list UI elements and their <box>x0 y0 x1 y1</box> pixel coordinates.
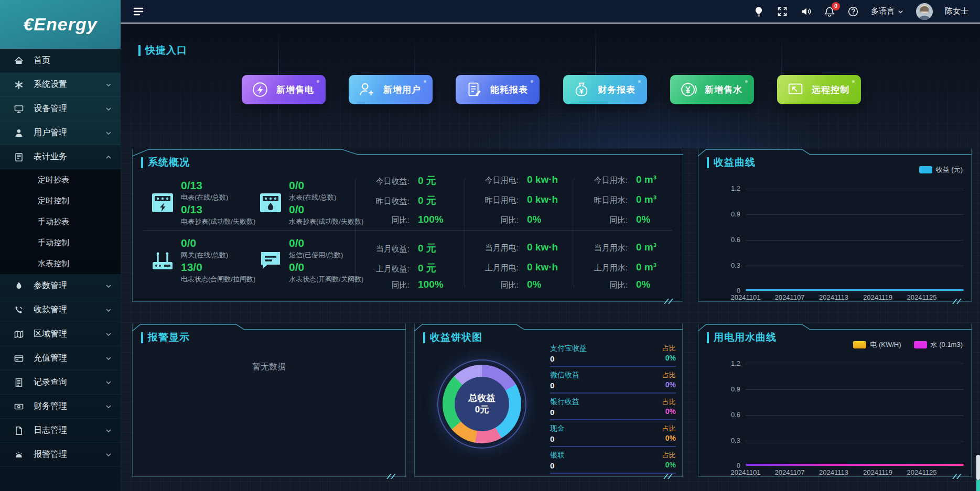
remote-icon <box>785 80 805 100</box>
row-underline <box>550 366 676 367</box>
stat-label: 水表抄表(成功数/失败数) <box>289 216 363 227</box>
theme-bulb-icon[interactable] <box>753 6 764 17</box>
stat-value: 0 kw·h <box>527 242 558 253</box>
legend-water[interactable]: 水 (0.1m3) <box>914 340 963 350</box>
droplet-icon <box>14 281 24 291</box>
home-icon <box>14 56 24 66</box>
submenu-item-water-meter-control[interactable]: 水表控制 <box>0 253 121 274</box>
submenu-item-timed-control[interactable]: 定时控制 <box>0 190 121 211</box>
new-water-sale-button[interactable]: 新增售水 <box>670 75 754 104</box>
stat-label: 今日用电: <box>469 176 519 186</box>
pie-ratio-label: 占比 <box>662 344 676 353</box>
submenu-item-manual-reading[interactable]: 手动抄表 <box>0 211 121 232</box>
sidebar-item-device-management[interactable]: 设备管理 <box>0 97 121 121</box>
monitor-icon <box>14 104 24 114</box>
y-axis-tick: 0.6 <box>705 236 740 244</box>
submenu-item-timed-reading[interactable]: 定时抄表 <box>0 169 121 190</box>
chart-legend: 收益 (元) <box>919 165 963 174</box>
meter-business-submenu: 定时抄表 定时控制 手动抄表 手动控制 水表控制 <box>0 169 121 274</box>
x-axis-tick: 20241101 <box>731 293 761 301</box>
panel-title: 收益饼状图 <box>423 331 482 344</box>
sidebar-item-system-settings[interactable]: 系统设置 <box>0 73 121 97</box>
empty-state-text: 暂无数据 <box>133 362 405 373</box>
legend-revenue[interactable]: 收益 (元) <box>919 165 963 174</box>
notification-bell-icon[interactable]: 0 <box>824 6 835 17</box>
corner-decoration <box>662 474 674 479</box>
app-root: €Energy 首页 系统设置 设备管理 用户管理 表计业务 定时抄表 <box>0 0 980 491</box>
donut-total-value: 0元 <box>475 404 489 416</box>
x-axis-tick: 20241101 <box>731 468 761 476</box>
main-content: 快捷入口 新增售电 新增用户 能耗报表 财务报表 新增售水 远程控制 <box>121 24 980 491</box>
pie-ratio-label: 占比 <box>662 370 676 380</box>
stat-label: 同比: <box>578 215 628 225</box>
records-icon <box>14 377 24 388</box>
stat-value: 0 元 <box>418 242 436 255</box>
quick-button-label: 新增售电 <box>276 84 314 96</box>
gateway-icon <box>150 248 175 272</box>
panel-title: 用电用水曲线 <box>707 331 777 344</box>
row-underline <box>550 473 676 474</box>
sidebar-item-region-management[interactable]: 区域管理 <box>0 322 121 346</box>
panel-title-text: 收益曲线 <box>714 156 756 169</box>
stat-value: 0 kw·h <box>527 261 558 273</box>
x-axis-tick: 20241125 <box>907 468 937 476</box>
stat-value: 0 元 <box>418 261 436 275</box>
panel-revenue-curve: 收益曲线 收益 (元) 1.2 0.9 0.6 0.3 0 20241101 2… <box>698 149 972 302</box>
sidebar-item-finance-management[interactable]: 财务管理 <box>0 395 121 419</box>
revenue-donut-chart: 总收益 0元 <box>443 365 521 443</box>
stat-value: 0% <box>527 279 541 290</box>
sidebar-item-parameter-management[interactable]: 参数管理 <box>0 274 121 298</box>
title-accent-bar <box>707 332 709 343</box>
topbar: 0 多语言 陈女士 <box>121 0 980 24</box>
pie-row-label: 微信收益 <box>550 370 579 380</box>
sidebar-item-collection-management[interactable]: 收款管理 <box>0 298 121 322</box>
submenu-item-label: 水表控制 <box>38 259 69 269</box>
legend-swatch <box>919 166 932 173</box>
sound-icon[interactable] <box>800 6 812 17</box>
gridline <box>746 466 964 466</box>
quick-button-label: 新增售水 <box>705 84 742 96</box>
chevron-down-icon <box>105 307 112 314</box>
energy-report-button[interactable]: 能耗报表 <box>456 75 540 104</box>
new-user-button[interactable]: 新增用户 <box>349 75 433 104</box>
user-avatar[interactable] <box>916 3 933 20</box>
pie-legend-row-bank: 银行收益 0 占比 0% <box>550 397 676 421</box>
sidebar-item-user-management[interactable]: 用户管理 <box>0 121 121 145</box>
sidebar-item-meter-business[interactable]: 表计业务 <box>0 145 121 169</box>
remote-control-button[interactable]: 远程控制 <box>777 75 861 104</box>
new-electricity-sale-button[interactable]: 新增售电 <box>242 75 326 104</box>
gridline <box>746 240 964 241</box>
submenu-item-label: 手动控制 <box>38 238 69 248</box>
chevron-up-icon <box>105 154 112 161</box>
divider <box>574 178 574 288</box>
pie-row-label: 现金 <box>550 424 565 433</box>
panel-alarm-display: 报警显示 暂无数据 <box>132 324 406 477</box>
finance-report-button[interactable]: 财务报表 <box>563 75 647 104</box>
scrollbar-accent <box>976 480 980 491</box>
language-selector[interactable]: 多语言 <box>871 6 904 16</box>
sidebar-item-alarm-management[interactable]: 报警管理 <box>0 443 121 467</box>
menu-toggle-icon[interactable] <box>132 5 145 18</box>
panel-title-text: 收益饼状图 <box>430 331 482 344</box>
scrollbar-thumb[interactable] <box>976 455 980 480</box>
sidebar-item-log-management[interactable]: 日志管理 <box>0 419 121 443</box>
chevron-down-icon <box>105 282 112 290</box>
stat-label: 昨日收益: <box>360 197 410 206</box>
sidebar-item-record-query[interactable]: 记录查询 <box>0 370 121 395</box>
submenu-item-manual-control[interactable]: 手动控制 <box>0 232 121 253</box>
row-underline <box>550 392 676 394</box>
sidebar-item-home[interactable]: 首页 <box>0 49 121 73</box>
stat-value: 100% <box>418 214 444 225</box>
page-scrollbar[interactable] <box>976 24 980 491</box>
coin-yen-icon <box>679 80 698 100</box>
banknote-icon <box>14 401 24 412</box>
legend-electricity[interactable]: 电 (KW/H) <box>853 340 901 350</box>
sidebar-item-label: 记录查询 <box>34 377 105 388</box>
stat-value: 0/13 <box>181 203 255 216</box>
stat-label: 昨日用电: <box>469 195 519 205</box>
sidebar-item-recharge-management[interactable]: 充值管理 <box>0 346 121 370</box>
help-icon[interactable] <box>847 6 859 17</box>
fullscreen-icon[interactable] <box>777 6 788 17</box>
user-plus-icon <box>357 80 377 100</box>
electric-meter-icon <box>150 191 175 215</box>
